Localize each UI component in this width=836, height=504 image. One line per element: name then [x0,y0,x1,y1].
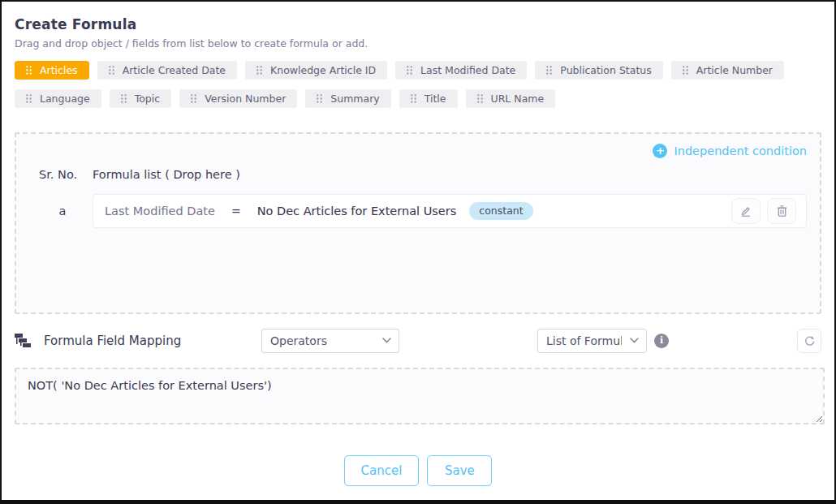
drag-handle-icon [109,66,114,75]
condition-operator: = [231,205,241,218]
sr-no-header: Sr. No. [39,168,86,181]
page-title: Create Formula [15,16,821,32]
info-icon[interactable]: i [654,334,669,348]
chip-label: URL Name [491,93,545,105]
condition-rows: aLast Modified Date=No Dec Articles for … [39,194,807,228]
field-chip[interactable]: Last Modified Date [395,61,527,80]
add-independent-condition-label: Independent condition [674,144,807,157]
chip-label: Publication Status [560,64,651,76]
chip-label: Knowledge Article ID [270,64,376,76]
field-chip[interactable]: Article Number [671,61,784,80]
add-independent-condition-link[interactable]: + Independent condition [653,144,807,158]
chip-label: Title [424,93,446,105]
plus-icon: + [653,144,667,158]
pencil-icon [739,205,752,218]
chip-label: Articles [40,64,78,76]
chip-label: Article Number [696,64,773,76]
condition-sr: a [39,205,86,218]
field-mapping-icon [15,333,34,349]
list-of-formula-select[interactable]: List of Formula [537,329,647,353]
chip-label: Summary [330,93,379,105]
refresh-icon [804,335,816,347]
object-chip[interactable]: Articles [15,61,89,80]
field-chip[interactable]: Publication Status [535,61,662,80]
condition-card: Last Modified Date=No Dec Articles for E… [93,194,807,228]
chip-label: Language [40,93,90,105]
drag-handle-icon [546,66,552,75]
trash-icon [776,205,788,218]
drag-handle-icon [477,94,483,103]
chip-label: Version Number [205,93,286,105]
formula-list-header: Formula list ( Drop here ) [93,168,240,181]
drag-handle-icon [191,94,196,103]
drag-handle-icon [26,94,32,103]
delete-condition-button[interactable] [767,198,796,224]
drag-handle-icon [317,94,322,103]
create-formula-window: Create Formula Drag and drop object / fi… [0,0,836,504]
chip-label: Topic [135,93,160,105]
field-chip[interactable]: Language [15,89,101,108]
field-chip[interactable]: URL Name [466,89,556,108]
chip-label: Last Modified Date [420,64,515,76]
field-chip[interactable]: Summary [305,89,390,108]
condition-field: Last Modified Date [105,205,215,218]
drag-handle-icon [26,66,32,75]
field-chip[interactable]: Article Created Date [97,61,237,80]
edit-condition-button[interactable] [731,198,761,224]
formula-expression-textarea[interactable] [15,368,825,424]
formula-field-mapping-label: Formula Field Mapping [44,334,181,348]
save-button[interactable]: Save [427,455,492,486]
field-chip[interactable]: Version Number [179,89,297,108]
constant-badge: constant [469,202,532,220]
field-chip[interactable]: Title [399,89,458,108]
operators-select[interactable]: Operators [261,329,399,353]
drag-handle-icon [121,94,127,103]
cancel-button[interactable]: Cancel [344,455,420,486]
drag-handle-icon [411,94,416,103]
condition-value: No Dec Articles for External Users [257,205,457,218]
chip-label: Article Created Date [123,64,226,76]
field-chip[interactable]: Knowledge Article ID [245,61,387,80]
drag-handle-icon [256,66,262,75]
condition-row: aLast Modified Date=No Dec Articles for … [39,194,807,228]
field-chip[interactable]: Topic [110,89,171,108]
refresh-button[interactable] [797,329,821,353]
drag-handle-icon [407,66,412,75]
page-subtitle: Drag and drop object / fields from list … [15,37,821,50]
field-chips: ArticlesArticle Created DateKnowledge Ar… [15,61,821,108]
formula-drop-panel[interactable]: + Independent condition Sr. No. Formula … [15,132,821,314]
drag-handle-icon [683,66,688,75]
